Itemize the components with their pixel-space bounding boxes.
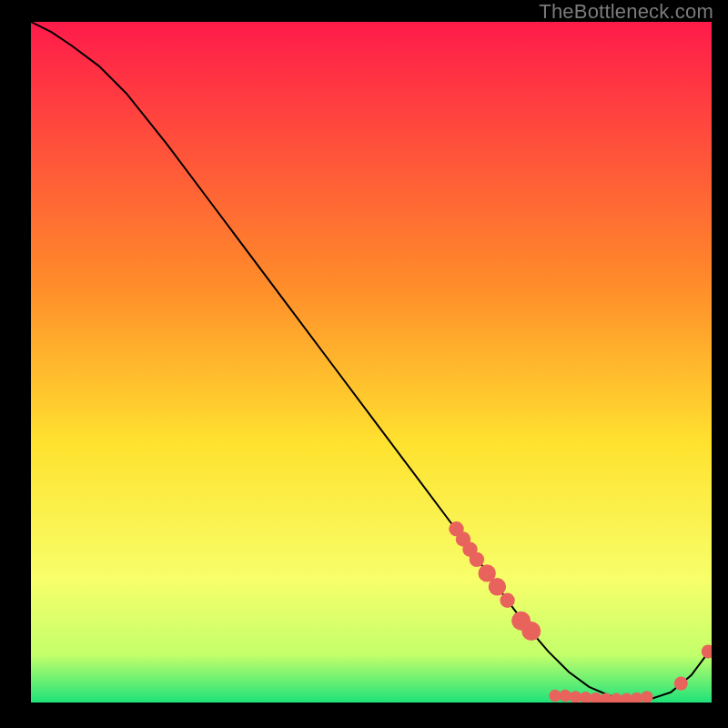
data-marker	[500, 593, 514, 608]
data-marker	[470, 552, 484, 567]
data-marker	[674, 677, 688, 691]
gradient-background	[31, 22, 712, 703]
data-marker	[489, 578, 506, 595]
bottleneck-chart	[31, 22, 712, 703]
watermark-text: TheBottleneck.com	[539, 0, 713, 24]
chart-frame	[31, 22, 712, 703]
data-marker	[521, 622, 541, 641]
